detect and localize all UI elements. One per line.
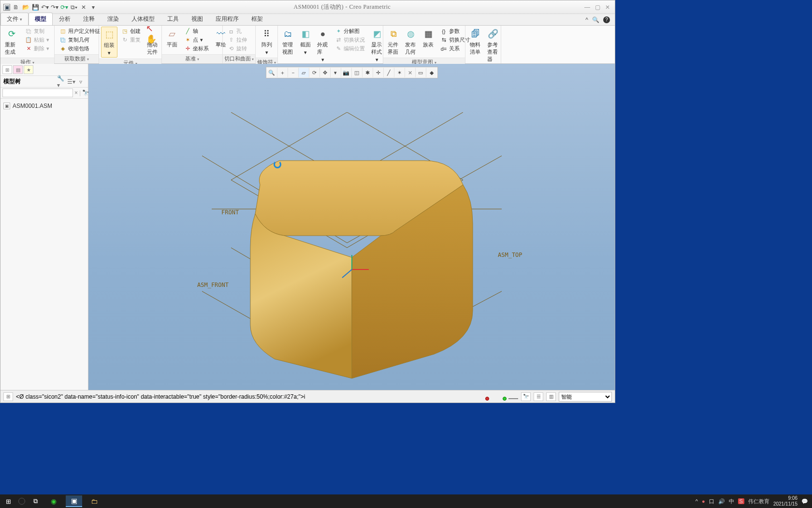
layer-tab-icon[interactable]: ▤ [13, 65, 23, 74]
fav-tab-icon[interactable]: ★ [24, 65, 33, 74]
save-icon[interactable]: 💾 [31, 3, 39, 11]
togglestat-button[interactable]: ⇄切换状况 [333, 36, 367, 44]
tab-apps[interactable]: 应用程序 [209, 13, 245, 25]
close-button[interactable]: ✕ [605, 4, 610, 11]
undo-icon[interactable]: ↶▾ [41, 3, 49, 11]
section-button[interactable]: ◧截面▾ [297, 27, 314, 57]
point-button[interactable]: ✶点 ▾ [182, 36, 211, 44]
pan-icon[interactable]: ✥ [320, 68, 331, 77]
windows-icon[interactable]: ⧉▾ [70, 3, 78, 11]
csys-button[interactable]: ✛坐标系 [182, 45, 211, 53]
tray-ime-icon[interactable]: 中 [729, 498, 734, 505]
notifications-icon[interactable]: 💬 [801, 498, 808, 505]
spin-icon[interactable]: ⟳ [309, 68, 320, 77]
status-grid-icon[interactable]: ⊞ [3, 392, 13, 401]
taskview-icon[interactable]: ⧉ [29, 496, 42, 507]
revolve-button[interactable]: ⟲旋转 [226, 45, 249, 53]
axis-display-icon[interactable]: ╱ [384, 68, 394, 77]
displaystyle-button[interactable]: ◩显示样式▾ [369, 27, 385, 64]
taskbar-app-edge[interactable]: ◉ [45, 495, 62, 507]
annot-icon[interactable]: ✱ [362, 68, 373, 77]
editpos-button[interactable]: ✎编辑位置 [333, 45, 367, 53]
redo-icon[interactable]: ↷▾ [51, 3, 58, 11]
regen-icon[interactable]: ⟳▾ [60, 3, 68, 11]
drag-comp-button[interactable]: ↖✋ 拖动元件 [145, 27, 161, 57]
point-display-icon[interactable]: ✶ [394, 68, 405, 77]
namedview-icon[interactable]: 📷 [341, 68, 352, 77]
sel-filter-icon[interactable]: ☰ [534, 392, 543, 401]
tree-search-input[interactable] [2, 89, 73, 97]
tab-frame[interactable]: 框架 [245, 13, 269, 25]
clear-search-icon[interactable]: × [74, 90, 78, 96]
taskbar-clock[interactable]: 9:06 2021/11/15 [773, 495, 798, 507]
selection-filter-select[interactable]: 智能 [559, 392, 612, 402]
style-icon[interactable]: ◆ [426, 68, 437, 77]
tab-view[interactable]: 视图 [185, 13, 209, 25]
tab-render[interactable]: 渲染 [101, 13, 125, 25]
tree-tab-icon[interactable]: ⊞ [2, 65, 12, 74]
famtab-button[interactable]: ▦族表 [420, 27, 436, 49]
search-help-icon[interactable]: 🔍 [592, 16, 599, 23]
minimize-button[interactable]: — [584, 4, 590, 11]
refit-icon[interactable]: 🔍 [267, 68, 277, 77]
taskbar-app-creo[interactable]: ▣ [66, 495, 82, 507]
savedview-icon[interactable]: ▾ [331, 68, 341, 77]
copy-button[interactable]: ⿻复制 [23, 27, 51, 35]
assemble-button[interactable]: ⬚ 组装▾ [101, 27, 117, 58]
repeat-button[interactable]: ↻重复 [119, 36, 143, 44]
compif-button[interactable]: ⧉元件界面 [385, 27, 402, 57]
taskbar-app-explorer[interactable]: 🗀 [86, 495, 102, 507]
help-icon[interactable]: ? [603, 16, 610, 23]
tab-tools[interactable]: 工具 [161, 13, 185, 25]
extrude-button[interactable]: ⇧拉伸 [226, 36, 249, 44]
slider-track[interactable] [508, 398, 518, 399]
zoomin-icon[interactable]: ＋ [277, 68, 288, 77]
axis-button[interactable]: ╱轴 [182, 27, 211, 35]
tray-network-icon[interactable]: 口 [709, 498, 714, 505]
shrinkwrap-button[interactable]: ◈收缩包络 [58, 45, 102, 53]
graphics-canvas[interactable]: 🔍 ＋ － ▱ ⟳ ✥ ▾ 📷 ◫ ✱ ✛ ╱ ✶ ⤫ ▭ ◆ [88, 64, 615, 390]
datum-icon[interactable]: ✛ [373, 68, 384, 77]
tray-sogou-icon[interactable]: S [738, 498, 744, 504]
repaint-icon[interactable]: ▱ [299, 68, 309, 77]
tab-annotate[interactable]: 注释 [77, 13, 101, 25]
tray-caret-icon[interactable]: ^ [696, 498, 698, 504]
tab-analysis[interactable]: 分析 [53, 13, 77, 25]
pattern-button[interactable]: ⠿ 阵列▾ [258, 27, 276, 57]
persp-icon[interactable]: ◫ [352, 68, 362, 77]
explode-button[interactable]: ✦分解图 [333, 27, 367, 35]
create-button[interactable]: ◳创建 [119, 27, 143, 35]
bom-button[interactable]: 🗐物料清单 [467, 27, 484, 57]
start-button[interactable]: ⊞ [2, 496, 14, 507]
tree-show-icon[interactable]: ☰▾ [67, 78, 75, 86]
plane-display-icon[interactable]: ▭ [416, 68, 426, 77]
tab-file[interactable]: 文件 [0, 13, 29, 25]
taskbar-search-icon[interactable] [18, 498, 25, 505]
tray-volume-icon[interactable]: 🔊 [718, 498, 725, 505]
udf-button[interactable]: ◫用户定义特征 [58, 27, 102, 35]
manage-views-button[interactable]: 🗂管理视图 [280, 27, 296, 57]
pubgeom-button[interactable]: ◍发布几何 [403, 27, 419, 57]
sel-list-icon[interactable]: ▥ [546, 392, 556, 401]
refviewer-button[interactable]: 🔗参考查看器 [485, 27, 501, 64]
collapse-ribbon-icon[interactable]: ^ [585, 16, 588, 23]
close-win-icon[interactable]: ✕ [80, 3, 87, 11]
qat-more-icon[interactable]: ▾ [89, 3, 97, 11]
delete-button[interactable]: ✕删除 ▾ [23, 45, 51, 53]
regenerate-button[interactable]: ⟳ 重新生成 [2, 27, 21, 57]
maximize-button[interactable]: ▢ [595, 4, 600, 11]
hole-button[interactable]: ◘孔 [226, 27, 249, 35]
plane-button[interactable]: ▱ 平面 [164, 27, 180, 49]
tray-icon-1[interactable]: ● [702, 498, 705, 504]
copygeom-button[interactable]: ⿻复制几何 [58, 36, 102, 44]
appearance-button[interactable]: ●外观库▾ [315, 27, 331, 64]
tree-item-asm[interactable]: ▣ ASM0001.ASM [3, 102, 85, 110]
zoomout-icon[interactable]: － [288, 68, 299, 77]
tree-settings-icon[interactable]: 🔧▾ [57, 78, 66, 86]
new-icon[interactable]: 🗎 [12, 3, 20, 11]
tab-model[interactable]: 模型 [29, 13, 53, 25]
find-icon[interactable]: 🔭 [521, 392, 531, 401]
paste-button[interactable]: 📋粘贴 ▾ [23, 36, 51, 44]
open-icon[interactable]: 📂 [22, 3, 29, 11]
csys-display-icon[interactable]: ⤫ [405, 68, 416, 77]
